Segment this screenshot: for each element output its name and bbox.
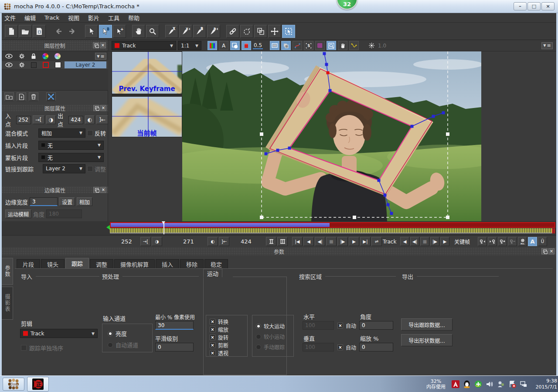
colorize-matte-button[interactable]	[242, 41, 251, 50]
link-tool-button[interactable]	[226, 25, 239, 38]
uberkey-button[interactable]: Ü	[538, 237, 547, 246]
tab-track[interactable]: 跟踪	[65, 258, 89, 268]
scale-pct-input[interactable]: 0	[359, 343, 393, 351]
open-project-button[interactable]	[19, 25, 32, 38]
smooth-input[interactable]: 0	[155, 343, 194, 351]
stabilize-view-button[interactable]: S	[304, 41, 313, 50]
matte-clip-dropdown[interactable]: 无▼	[38, 153, 104, 162]
antivirus-tray-icon[interactable]	[474, 380, 482, 388]
taskbar-app2-button[interactable]: 正	[27, 377, 49, 392]
rotate-tool-button[interactable]	[240, 25, 253, 38]
goto-start-button[interactable]: |◀	[292, 237, 303, 246]
layer-spline-color-swatch[interactable]	[43, 62, 49, 68]
pan-tool-button[interactable]	[132, 25, 145, 38]
angle-input[interactable]: 0	[359, 321, 393, 330]
marquee-select-tool-button[interactable]	[282, 25, 295, 38]
layer-process-gear-icon[interactable]	[19, 62, 25, 68]
rgb-channels-button[interactable]	[208, 41, 217, 50]
move-tool-button[interactable]	[268, 25, 281, 38]
in-clock-button[interactable]: ◑	[46, 115, 56, 124]
minimize-button[interactable]: –	[514, 2, 527, 10]
selected-point[interactable]	[327, 71, 330, 74]
show-splines-button[interactable]	[293, 41, 302, 50]
add-keyframe-button[interactable]	[498, 237, 507, 246]
perspective-checkbox[interactable]: ×	[210, 350, 215, 356]
alpha-channel-button[interactable]: A	[219, 41, 228, 50]
new-layer-button[interactable]	[17, 92, 26, 101]
zoom-window-button[interactable]	[327, 41, 336, 50]
add-edge-button[interactable]: 相加	[77, 197, 92, 206]
translation-checkbox[interactable]: ×	[210, 319, 215, 324]
menu-edit[interactable]: 编辑	[20, 13, 40, 23]
timeline-in-value[interactable]: 252	[121, 237, 132, 246]
undo-button[interactable]	[52, 25, 65, 38]
tab-insert[interactable]: 插入	[156, 259, 179, 268]
add-point-tool-button[interactable]: +	[113, 25, 126, 38]
viewer-menu-button[interactable]: ▼≡	[541, 42, 553, 49]
volume-tray-icon[interactable]	[486, 380, 493, 388]
vertical-input[interactable]: 100	[303, 343, 334, 351]
layer-name[interactable]: Layer 2	[65, 61, 106, 68]
float-panel-icon[interactable]	[93, 42, 99, 48]
float-panel-icon[interactable]	[541, 248, 548, 254]
menu-help[interactable]: 帮助	[124, 13, 144, 23]
tab-camera-solve[interactable]: 摄像机解算	[114, 259, 155, 268]
rotation-checkbox[interactable]: ×	[210, 335, 215, 340]
in-point-value[interactable]: 252	[16, 116, 31, 124]
matte-opacity-value[interactable]: 0.5	[253, 42, 263, 49]
layer-lock-checkbox[interactable]	[31, 62, 37, 68]
maximize-button[interactable]: □	[527, 2, 541, 10]
taskbar-clock[interactable]: 9:38 2015/7/1	[532, 378, 557, 390]
link-track-dropdown[interactable]: Layer 2▼	[43, 164, 85, 173]
adjust-checkbox[interactable]	[87, 166, 93, 172]
layer-visibility-eye-icon[interactable]	[5, 62, 13, 68]
show-grid-button[interactable]	[315, 41, 325, 50]
frame-ruler[interactable]	[110, 228, 555, 233]
step-forward-button[interactable]: |▶	[337, 237, 348, 246]
set-in-point-button[interactable]: →[	[33, 115, 44, 124]
insert-clip-dropdown[interactable]: 无▼	[38, 141, 104, 150]
step-back-button[interactable]: ◀|	[315, 237, 325, 246]
layer-row[interactable]: Layer 2	[2, 61, 108, 69]
menu-file[interactable]: 文件	[0, 13, 20, 23]
show-other-layers-button[interactable]	[281, 41, 291, 50]
goto-end-button[interactable]: ▶|	[360, 237, 371, 246]
layer-list-menu-button[interactable]: ▼≡	[95, 53, 106, 60]
play-backward-button[interactable]: ◀	[303, 237, 314, 246]
brightness-button[interactable]	[367, 41, 376, 50]
current-frame-value[interactable]: 271	[183, 237, 194, 246]
zoom-level-dropdown[interactable]: 1:1▼	[178, 41, 201, 50]
close-panel-icon[interactable]	[548, 248, 555, 254]
min-pct-input[interactable]: 30	[155, 321, 194, 330]
track-forward-button[interactable]: ▶	[440, 237, 449, 246]
tab-clip[interactable]: 片段	[17, 259, 40, 268]
track-fields-checkbox[interactable]	[21, 345, 27, 351]
menu-tools[interactable]: 工具	[104, 13, 124, 23]
create-bspline-tool-button[interactable]: B	[193, 25, 206, 38]
set-out-point-button[interactable]: ]←	[96, 115, 108, 124]
in-clock-button[interactable]: ◑	[152, 237, 162, 246]
auto-channel-radio[interactable]	[108, 342, 113, 348]
goto-in-button[interactable]: →[	[140, 237, 151, 246]
video-canvas[interactable]	[182, 51, 481, 221]
out-point-value[interactable]: 424	[68, 116, 83, 124]
select-both-tool-button[interactable]: B	[99, 25, 112, 38]
shear-checkbox[interactable]: ×	[210, 342, 215, 348]
show-track-path-button[interactable]	[349, 41, 359, 50]
set-edge-button[interactable]: 设置	[59, 197, 75, 206]
zoom-tool-button[interactable]	[146, 25, 159, 38]
messenger-tray-icon[interactable]	[497, 380, 505, 388]
invert-checkbox[interactable]	[87, 130, 93, 136]
create-xspline-tool-button[interactable]: X	[165, 25, 178, 38]
track-stop-button[interactable]: ■	[420, 237, 429, 246]
track-backward-button[interactable]: ◀	[400, 237, 409, 246]
out-clock-button[interactable]: ◐	[85, 115, 95, 124]
action-center-tray-icon[interactable]	[508, 380, 516, 388]
delete-all-keyframes-button[interactable]: ALL	[518, 237, 527, 246]
qq-tray-icon[interactable]	[463, 380, 471, 388]
small-motion-radio[interactable]	[256, 334, 261, 339]
tab-adjust[interactable]: 调整	[90, 259, 113, 268]
blur-angle-input[interactable]: 180	[46, 210, 82, 218]
horizontal-input[interactable]: 100	[303, 321, 334, 330]
menu-view[interactable]: 视图	[64, 13, 84, 23]
